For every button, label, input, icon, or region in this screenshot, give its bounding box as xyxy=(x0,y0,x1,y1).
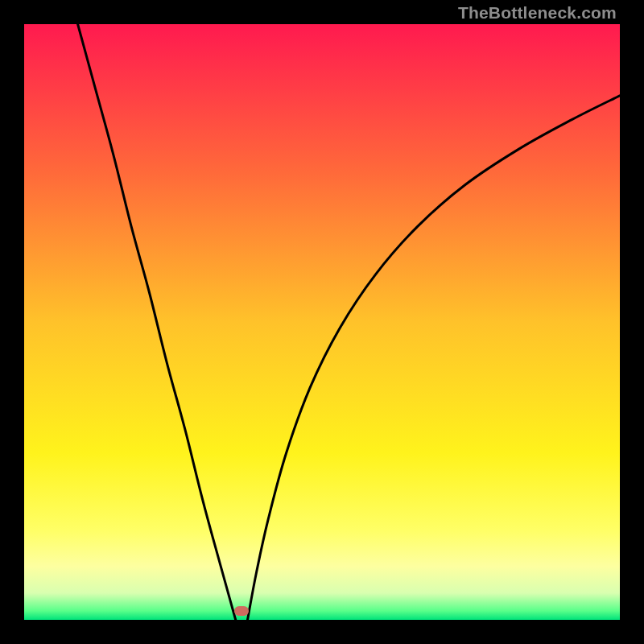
chart-frame: TheBottleneck.com xyxy=(0,0,644,644)
optimum-marker xyxy=(234,606,249,616)
plot-area xyxy=(24,24,620,620)
left-branch-curve xyxy=(78,24,236,620)
watermark-text: TheBottleneck.com xyxy=(458,3,617,23)
curve-layer xyxy=(24,24,620,620)
right-branch-curve xyxy=(248,96,621,620)
